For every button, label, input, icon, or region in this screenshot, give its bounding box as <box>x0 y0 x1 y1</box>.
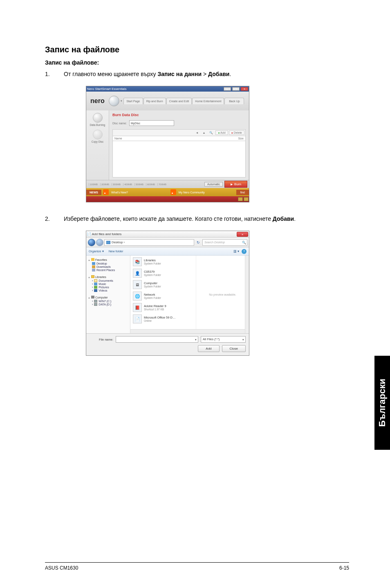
col-name[interactable]: Name <box>114 137 122 140</box>
tab-backup[interactable]: Back Up <box>224 98 244 104</box>
search-input[interactable]: Search Desktop <box>202 239 247 246</box>
libraries-icon: 📚 <box>133 257 142 266</box>
tab-create-edit[interactable]: Create and Edit <box>166 98 192 104</box>
data-burning-icon[interactable] <box>93 113 103 123</box>
delete-button[interactable]: ● Delete <box>229 130 244 135</box>
adobe-icon: 📕 <box>133 303 142 312</box>
footer-model: ASUS CM1630 <box>45 565 78 571</box>
close-button[interactable]: × <box>241 87 248 91</box>
disc-name-label: Disc name: <box>112 122 127 125</box>
tab-home-ent[interactable]: Home Entertainment <box>192 98 224 104</box>
disc-name-input[interactable]: MyDisc <box>129 120 174 126</box>
data-burning-label: Data Burning <box>86 123 109 126</box>
maximize-button[interactable]: ▢ <box>232 87 240 91</box>
dialog-title: 📄 Add files and folders <box>87 232 121 236</box>
news-item-2[interactable]: My Nero Community <box>178 191 236 194</box>
folder-tree[interactable]: ▲ Favorites Desktop Downloads Recent Pla… <box>86 256 130 333</box>
horizontal-scrollbar[interactable] <box>130 329 245 333</box>
filename-label: File name: <box>90 338 113 341</box>
burn-button[interactable]: Burn <box>224 181 247 188</box>
filetype-filter[interactable]: All Files (*.*) <box>201 336 246 343</box>
news-badge: NEWS <box>86 190 101 195</box>
page-subtitle: Запис на файлове: <box>45 59 349 66</box>
close-button[interactable]: × <box>237 232 248 237</box>
computer-icon: 🖥 <box>133 280 142 289</box>
nero-window-title: Nero StartSmart Essentials <box>87 87 126 91</box>
refresh-icon[interactable]: ↻ <box>195 240 202 245</box>
copy-disc-icon[interactable] <box>93 130 103 139</box>
nav-back-icon[interactable]: ◄ <box>194 131 200 134</box>
step-1-text: От главното меню щракнете върху Запис на… <box>64 70 349 79</box>
col-size[interactable]: Size <box>238 137 244 140</box>
file-dialog: 📄 Add files and folders × Desktop › ↻ Se… <box>86 231 249 356</box>
network-icon: 🌐 <box>133 292 142 301</box>
nav-back-button[interactable] <box>88 239 95 246</box>
file-list[interactable]: 📚LibrariesSystem Folder 👤C05379System Fo… <box>130 256 196 333</box>
nero-statusbar <box>86 196 249 202</box>
nero-orb-menu[interactable] <box>109 96 119 106</box>
tab-rip-burn[interactable]: Rip and Burn <box>143 98 166 104</box>
view-menu[interactable]: ▥ ▾ <box>233 249 239 253</box>
filename-input[interactable] <box>116 336 198 343</box>
news-find[interactable]: find <box>236 190 249 195</box>
desktop-icon <box>106 241 110 244</box>
step-2-number: 2. <box>45 215 64 223</box>
burn-data-disc-header: Burn Data Disc <box>112 113 246 117</box>
automatic-dropdown[interactable]: Automatic <box>204 182 223 186</box>
news-item-1[interactable]: What's New? <box>110 191 169 194</box>
list-item: 🖥ComputerSystem Folder <box>133 280 193 289</box>
rss-icon[interactable] <box>170 189 176 195</box>
vertical-scrollbar[interactable] <box>245 256 249 333</box>
file-list[interactable] <box>112 141 246 177</box>
nav-forward-button[interactable] <box>96 239 103 246</box>
add-button[interactable]: Add <box>198 345 219 352</box>
list-item: 📄Microsoft Office 59 D…Online <box>133 314 193 323</box>
step-2-text: Изберете файловете, които искате да запи… <box>64 215 349 223</box>
office-icon: 📄 <box>133 314 142 323</box>
list-item: 📚LibrariesSystem Folder <box>133 257 193 266</box>
add-button[interactable]: ● Add <box>215 130 228 135</box>
list-item: 📕Adobe Reader 9Shortcut 1.97 KB <box>133 303 193 312</box>
nav-up-icon[interactable]: ▲ <box>201 131 207 134</box>
list-item: 👤C05379System Folder <box>133 269 193 278</box>
nero-titlebar[interactable]: Nero StartSmart Essentials – ▢ × <box>86 86 249 92</box>
page-title: Запис на файлове <box>45 45 349 54</box>
tab-start-page[interactable]: Start Page <box>123 98 143 104</box>
rss-icon[interactable] <box>103 189 109 195</box>
copy-disc-label: Copy Disc <box>86 140 109 143</box>
size-ruler: 100MB200MB300MB400MB500MB600MB700MB <box>86 183 203 186</box>
close-button[interactable]: Close <box>222 345 246 352</box>
search-icon[interactable]: 🔍 <box>208 131 215 135</box>
language-tab: Български <box>374 356 390 450</box>
preview-pane: No preview available. <box>196 256 249 333</box>
nero-window: Nero StartSmart Essentials – ▢ × nero St… <box>86 86 249 202</box>
user-icon: 👤 <box>133 269 142 278</box>
footer-page-number: 6-15 <box>339 565 349 571</box>
step-1-number: 1. <box>45 70 64 79</box>
new-folder-button[interactable]: New folder <box>109 249 123 253</box>
help-icon[interactable]: ? <box>242 249 247 254</box>
minimize-button[interactable]: – <box>224 87 231 91</box>
list-item: 🌐NetworkSystem Folder <box>133 292 193 301</box>
organize-menu[interactable]: Organize ▾ <box>89 249 104 253</box>
nero-logo: nero <box>86 97 109 105</box>
breadcrumb[interactable]: Desktop › <box>104 239 194 246</box>
